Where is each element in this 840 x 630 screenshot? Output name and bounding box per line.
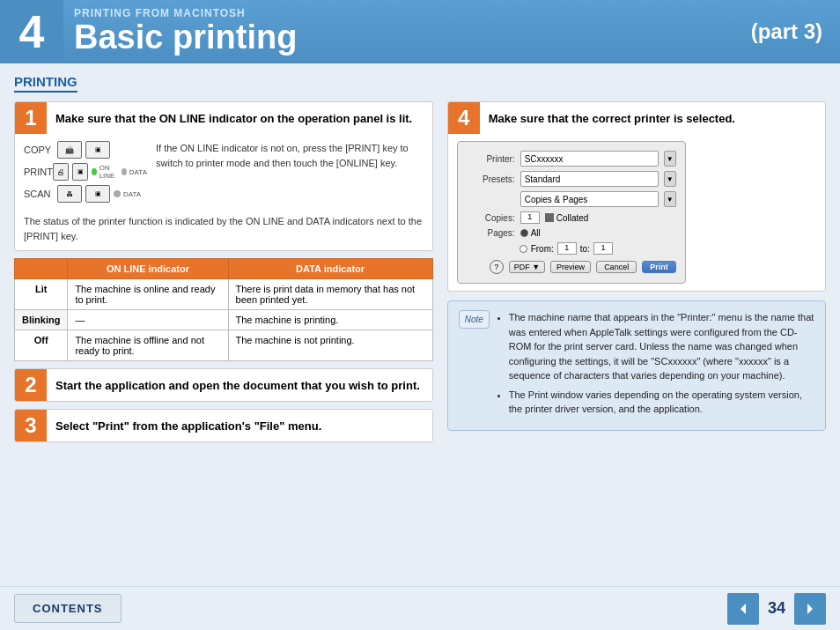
step-3-number: 3 xyxy=(25,413,36,438)
step-2-badge: 2 xyxy=(15,369,47,401)
led-row: ON LINE DATA xyxy=(92,164,147,180)
from-to-row: From: 1 to: 1 xyxy=(467,242,676,255)
from-label: From: xyxy=(531,244,554,254)
indicator-table: ON LINE indicator DATA indicator Lit The… xyxy=(14,258,433,361)
collated-label: Collated xyxy=(556,213,589,223)
left-column: 1 Make sure that the ON LINE indicator o… xyxy=(14,101,433,449)
note-icon: Note xyxy=(459,310,490,329)
contents-button[interactable]: CONTENTS xyxy=(14,594,122,623)
data-led xyxy=(122,168,127,175)
to-input[interactable]: 1 xyxy=(593,242,613,255)
copies-label: Copies: xyxy=(467,213,515,223)
data-off: The machine is not printing. xyxy=(228,330,432,361)
all-radio[interactable]: All xyxy=(520,228,541,238)
pdf-label: PDF ▼ xyxy=(514,263,540,271)
collated-checkbox[interactable] xyxy=(545,213,554,222)
collated-check[interactable]: Collated xyxy=(545,213,589,223)
note-item-1: The machine name that appears in the "Pr… xyxy=(509,310,814,383)
note-text: The machine name that appears in the "Pr… xyxy=(497,310,814,421)
presets-input[interactable]: Standard xyxy=(520,171,659,187)
chapter-number-box: 4 xyxy=(0,0,63,63)
print-icon2: ▣ xyxy=(72,163,88,181)
step-4-box: 4 Make sure that the correct printer is … xyxy=(447,101,826,292)
all-radio-btn[interactable] xyxy=(520,229,528,237)
data-blinking: The machine is printing. xyxy=(228,310,432,330)
cancel-button[interactable]: Cancel xyxy=(596,261,637,273)
copies-pages-input[interactable]: Copies & Pages xyxy=(520,191,659,207)
copy-label: COPY xyxy=(24,145,57,155)
scan-data-led xyxy=(114,190,121,197)
printer-label: Printer: xyxy=(467,154,515,164)
page-number: 34 xyxy=(768,599,785,618)
online-blinking: — xyxy=(68,310,228,330)
preview-label: Preview xyxy=(556,263,585,271)
from-radio-btn[interactable] xyxy=(519,245,527,253)
step-4-badge: 4 xyxy=(448,102,480,134)
presets-row: Presets: Standard ▼ xyxy=(467,171,676,187)
online-label: ON LINE xyxy=(99,164,120,180)
all-label: All xyxy=(531,228,541,238)
copy-icon: 📠 xyxy=(57,141,82,159)
print-icon: 🖨 xyxy=(53,163,69,181)
svg-marker-0 xyxy=(741,604,746,614)
printer-arrow[interactable]: ▼ xyxy=(664,151,676,167)
pages-label: Pages: xyxy=(467,228,515,238)
print-label: Print xyxy=(650,263,668,271)
step-2-title: Start the application and open the docum… xyxy=(47,369,429,401)
cancel-label: Cancel xyxy=(604,263,629,271)
print-dialog: Printer: SCxxxxxx ▼ Presets: Standard ▼ xyxy=(457,141,686,284)
printer-value: SCxxxxxx xyxy=(525,154,564,164)
state-off: Off xyxy=(15,330,68,361)
online-led xyxy=(92,168,97,175)
pdf-button[interactable]: PDF ▼ xyxy=(509,261,545,273)
help-button[interactable]: ? xyxy=(490,260,504,274)
step-3-box: 3 Select "Print" from the application's … xyxy=(14,409,433,442)
copies-pages-value: Copies & Pages xyxy=(525,195,588,204)
state-blinking: Blinking xyxy=(15,310,68,330)
step-1-desc: If the ON LINE indicator is not on, pres… xyxy=(156,141,424,207)
data-lit: There is print data in memory that has n… xyxy=(228,279,432,310)
copy-icon2: ▣ xyxy=(85,141,110,159)
copies-value: 1 xyxy=(527,212,532,221)
step-1-title: Make sure that the ON LINE indicator on … xyxy=(47,102,421,134)
copies-pages-arrow[interactable]: ▼ xyxy=(664,191,676,207)
step-1-badge: 1 xyxy=(15,102,47,134)
preview-button[interactable]: Preview xyxy=(550,261,591,273)
data-label: DATA xyxy=(129,168,147,176)
printer-diagram: COPY 📠 ▣ PRINT 🖨 ▣ ON LINE xyxy=(24,141,147,207)
table-row: Blinking — The machine is printing. xyxy=(15,310,433,330)
step-1-content: COPY 📠 ▣ PRINT 🖨 ▣ ON LINE xyxy=(15,134,432,214)
step-1-number: 1 xyxy=(25,106,36,130)
print-label: PRINT xyxy=(24,167,53,177)
state-lit: Lit xyxy=(15,279,68,310)
online-off: The machine is offline and not ready to … xyxy=(68,330,228,361)
copies-input[interactable]: 1 xyxy=(520,211,540,224)
right-column: 4 Make sure that the correct printer is … xyxy=(447,101,826,449)
print-button[interactable]: Print xyxy=(642,261,676,273)
prev-page-button[interactable] xyxy=(727,593,759,625)
step-4-title: Make sure that the correct printer is se… xyxy=(480,102,744,134)
table-col-online: ON LINE indicator xyxy=(68,259,228,279)
step-2-number: 2 xyxy=(25,373,36,397)
page-header: 4 PRINTING FROM MACINTOSH Basic printing… xyxy=(0,0,840,63)
step-3-badge: 3 xyxy=(15,410,47,441)
step-4-number: 4 xyxy=(458,106,469,130)
printer-input[interactable]: SCxxxxxx xyxy=(520,151,659,167)
two-column-layout: 1 Make sure that the ON LINE indicator o… xyxy=(14,101,826,449)
step-3-header: 3 Select "Print" from the application's … xyxy=(15,410,432,441)
chapter-number: 4 xyxy=(19,9,45,55)
scan-row: SCAN 🖷 ▣ DATA xyxy=(24,185,147,203)
scan-led-row: DATA xyxy=(114,190,141,198)
step-2-header: 2 Start the application and open the doc… xyxy=(15,369,432,401)
presets-arrow[interactable]: ▼ xyxy=(664,171,676,187)
page-footer: CONTENTS 34 xyxy=(0,586,840,630)
step-3-title: Select "Print" from the application's "F… xyxy=(47,410,330,441)
step-1-box: 1 Make sure that the ON LINE indicator o… xyxy=(14,101,433,251)
main-content: PRINTING 1 Make sure that the ON LINE in… xyxy=(0,63,840,586)
from-input[interactable]: 1 xyxy=(557,242,577,255)
next-page-button[interactable] xyxy=(794,593,826,625)
dialog-buttons: ? PDF ▼ Preview Cancel Print xyxy=(467,260,676,274)
to-label: to: xyxy=(580,244,590,254)
step-4-content: Printer: SCxxxxxx ▼ Presets: Standard ▼ xyxy=(448,134,825,291)
step-2-box: 2 Start the application and open the doc… xyxy=(14,368,433,402)
